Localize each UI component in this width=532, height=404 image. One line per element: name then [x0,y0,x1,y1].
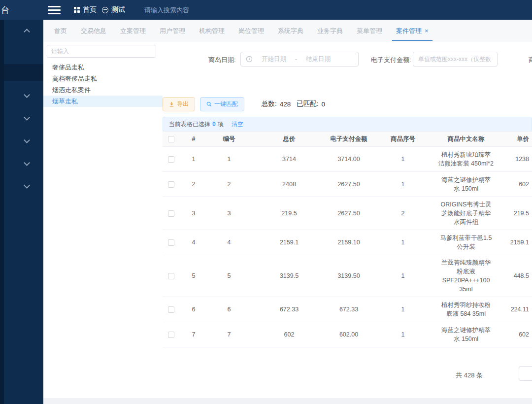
download-icon [169,101,174,107]
matched-label: 已匹配: [297,100,318,108]
date-start-input[interactable] [256,56,292,63]
cell-name: 海蓝之谜修护精萃水 150ml [436,175,496,193]
total-value: 428 [280,101,291,108]
case-detail-panel: 离岛日期: - 电子支付金额: 商品中文名称: [163,42,532,404]
list-item-tobacco-alcohol[interactable]: 烟酒走私案件 [43,84,163,96]
global-search-input[interactable] [144,4,263,16]
header-index: # [179,135,208,142]
table-body: 1 1 3714 3714.00 1 植村秀新琥珀臻萃洁颜油套装 450ml*2… [163,147,532,348]
topnav-test[interactable]: 测试 [102,0,125,20]
cell-epay: 2627.50 [328,180,369,189]
cell-total: 219.5 [250,209,328,218]
tab-orgs[interactable]: 机构管理 [192,20,232,42]
row-checkbox[interactable] [168,239,174,246]
cell-name: 植村秀羽纱持妆粉底液 584 35ml [436,301,496,318]
topnav-home-label: 首页 [83,5,97,14]
row-checkbox[interactable] [168,156,174,163]
total-label: 总数: [262,100,277,108]
cell-name: 马爹利蓝带干邑1.5公升装 [436,234,496,251]
tab-users[interactable]: 用户管理 [153,20,192,42]
row-checkbox[interactable] [168,210,174,217]
tab-menus[interactable]: 菜单管理 [350,20,389,42]
tab-bizdict[interactable]: 业务字典 [310,20,350,42]
cell-name: 兰蔻菁纯臻颜精华粉底液SPF20PA+++100 35ml [436,258,496,294]
table-row: 5 5 3139.5 3139.50 1 兰蔻菁纯臻颜精华粉底液SPF20PA+… [163,255,532,297]
cell-name: 海蓝之谜修护精萃水 150ml [436,326,496,343]
row-checkbox[interactable] [168,273,174,279]
date-end-input[interactable] [300,56,336,63]
list-item-luxury[interactable]: 奢侈品走私 [43,62,163,73]
cell-total: 2408 [250,180,328,189]
table-row: 1 1 3714 3714.00 1 植村秀新琥珀臻萃洁颜油套装 450ml*2… [163,147,532,172]
product-name-filter-label: 商品中文名称: [529,56,532,65]
cell-index: 4 [179,238,208,247]
products-table: # 编号 总价 电子支付金额 商品序号 商品中文名称 单价 1 1 3714 3… [163,131,532,348]
table-row: 8 8 1602.57 1602.57 1 卡诗菁纯亮泽经典香氛 400.64 [163,347,532,348]
total-count-text: 共 428 条 [456,371,483,380]
match-button-label: 一键匹配 [214,100,238,108]
cell-name: 植村秀新琥珀臻萃洁颜油套装 450ml*2 [436,150,496,168]
tab-cases[interactable]: 案件管理× [389,20,435,42]
cell-total: 602 [250,330,328,339]
list-item-tobacco[interactable]: 烟草走私 [43,96,163,107]
case-type-search-input[interactable] [47,45,156,58]
cell-seq: 1 [369,330,436,339]
cell-unit: 219.5 [496,209,532,218]
clear-selection-link[interactable]: 清空 [232,120,243,129]
tab-sysdict[interactable]: 系统字典 [271,20,310,42]
main-content: 首页 交易信息 立案管理 用户管理 机构管理 岗位管理 系统字典 业务字典 菜单… [43,20,532,404]
chevron-down-icon[interactable] [24,137,30,143]
tab-cases-label: 案件管理 [396,27,422,34]
matched-value: 0 [322,101,326,108]
chevron-down-icon[interactable] [24,114,30,121]
cell-unit: 1238 [496,155,532,164]
cell-index: 2 [179,180,208,189]
tab-bar: 首页 交易信息 立案管理 用户管理 机构管理 岗位管理 系统字典 业务字典 菜单… [43,20,532,42]
cell-code: 7 [208,330,250,339]
table-row: 7 7 602 602.00 1 海蓝之谜修护精萃水 150ml 602 [163,322,532,347]
chevron-down-icon[interactable] [24,92,30,98]
tab-posts[interactable]: 岗位管理 [232,20,271,42]
cell-seq: 1 [369,180,436,189]
tab-home[interactable]: 首页 [47,20,74,42]
cell-epay: 602.00 [328,330,369,339]
header-name: 商品中文名称 [436,135,496,143]
cell-index: 7 [179,330,208,339]
sidebar-active-item[interactable] [0,64,43,81]
tab-filing[interactable]: 立案管理 [113,20,153,42]
minus-circle-icon [102,7,108,13]
case-type-list: 奢侈品走私 高档奢侈品走私 烟酒走私案件 烟草走私 [43,62,163,107]
list-item-highend-luxury[interactable]: 高档奢侈品走私 [43,73,163,84]
chevron-down-icon[interactable] [24,160,30,166]
bottom-strip [43,398,532,404]
close-icon[interactable]: × [425,27,429,34]
chevron-down-icon[interactable] [24,182,30,189]
row-checkbox[interactable] [168,306,174,313]
select-all-checkbox[interactable] [168,136,174,142]
export-button[interactable]: 导出 [163,97,195,111]
clock-icon [246,56,253,63]
one-click-match-button[interactable]: 一键匹配 [200,97,244,111]
cell-total: 3139.5 [250,271,328,280]
cell-index: 1 [179,155,208,164]
cell-code: 4 [208,238,250,247]
tab-trade[interactable]: 交易信息 [74,20,113,42]
cell-code: 5 [208,271,250,280]
cell-total: 672.33 [250,305,328,314]
table-row: 3 3 219.5 2627.50 2 ORIGINS韦博士灵芝焕能好底子精华水… [163,197,532,230]
chevron-up-icon[interactable] [24,29,30,35]
cell-seq: 1 [369,271,436,280]
row-checkbox[interactable] [168,181,174,188]
date-range-picker[interactable]: - [240,52,359,67]
row-checkbox[interactable] [168,332,174,338]
cell-epay: 2159.10 [328,238,369,247]
page-size-select[interactable] [519,366,532,381]
header-code: 编号 [208,135,250,143]
topbar: 台 首页 测试 [0,0,532,20]
amount-input[interactable] [413,52,498,67]
cell-unit: 224.11 [496,305,532,314]
topnav-home[interactable]: 首页 [74,0,97,20]
filter-row: 离岛日期: - 电子支付金额: 商品中文名称: [208,52,532,67]
menu-toggle-icon[interactable] [48,6,61,14]
logo: 台 [1,4,9,16]
